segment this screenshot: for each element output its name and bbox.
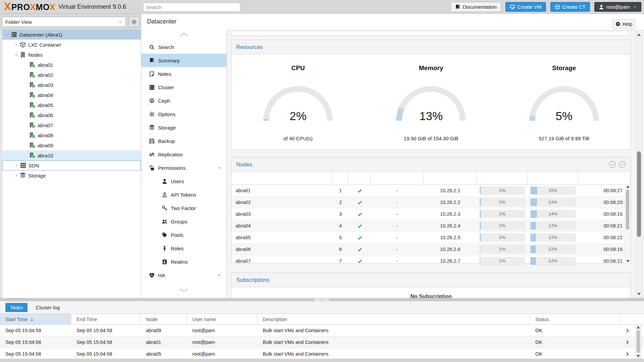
node-row-abra07[interactable]: abra07 7 - 10.26.2.7 1% 12% 00:08:21 [232,255,631,267]
nav-item-notes[interactable]: Notes [141,67,227,81]
tab-cluster-log[interactable]: Cluster log [36,305,60,310]
scroll-down-arrow[interactable] [626,260,630,262]
tree-item-abra07[interactable]: abra07 [2,120,141,130]
node-row-abra06[interactable]: abra06 6 - 10.26.2.6 1% 12% 00:08:16 [232,244,631,255]
node-row-abra04[interactable]: abra04 4 - 10.26.2.4 2% 12% 00:08:21 [232,220,631,232]
chevron-right-icon[interactable] [625,328,630,333]
column-header-end-time[interactable]: End Time [71,314,141,324]
scroll-up-arrow[interactable] [626,186,630,188]
tree-item-abra04[interactable]: abra04 [2,90,141,100]
nav-item-roles[interactable]: Roles [141,242,227,255]
tree-expander-icon[interactable] [23,73,28,77]
scrollbar-thumb[interactable] [626,190,629,230]
nav-item-realms[interactable]: Realms [141,255,227,268]
chevron-right-icon[interactable] [625,352,630,357]
tree-item-abra03[interactable]: abra03 [2,80,141,90]
nav-item-pools[interactable]: Pools [141,228,227,242]
nav-item-ceph[interactable]: Ceph [141,94,227,107]
tree-expander-icon[interactable] [23,143,28,148]
nav-item-storage[interactable]: Storage [141,121,227,134]
tree-item-datacenter-abra1[interactable]: Datacenter (Abra1) [2,30,141,40]
tree-expander-icon[interactable] [23,83,28,87]
panel-splitter[interactable] [0,298,644,301]
scroll-down-arrow[interactable] [637,293,641,295]
tree-item-sdn[interactable]: SDN [2,160,141,170]
column-header-id[interactable] [332,172,349,185]
collapse-up-button[interactable] [609,161,616,168]
tree-item-abra09[interactable]: abra09 [2,140,141,150]
tree-expander-icon[interactable] [5,33,10,37]
tree-item-abra05[interactable]: abra05 [2,100,141,110]
main-scrollbar[interactable] [636,32,642,297]
tree-expander-icon[interactable] [23,113,28,117]
help-button[interactable]: ? Help [612,19,635,29]
node-row-abra02[interactable]: abra02 2 - 10.26.2.2 2% 14% 00:08:20 [232,197,631,208]
tree-expander-icon[interactable] [23,133,28,138]
nav-item-api-tokens[interactable]: API Tokens [141,188,227,201]
scrollbar-thumb[interactable] [637,330,640,353]
tree-item-abra10[interactable]: abra10 [2,150,141,160]
tree-item-abra01[interactable]: abra01 [2,60,141,70]
create-vm-button[interactable]: Create VM [505,2,546,12]
collapse-down-button[interactable] [618,161,626,168]
tree-settings-button[interactable] [129,17,139,27]
global-search-input[interactable] [143,3,240,12]
nav-item-summary[interactable]: Summary [141,54,227,67]
tree-expander-icon[interactable] [23,123,28,127]
nav-scroll-down[interactable] [141,287,227,293]
nav-item-users[interactable]: Users [141,174,227,188]
scroll-up-arrow[interactable] [637,326,640,328]
splitter-handle[interactable] [314,298,329,301]
column-header-user-name[interactable]: User name [187,314,257,324]
tab-tasks[interactable]: Tasks [5,303,28,312]
chevron-right-icon[interactable] [625,340,630,345]
scrollbar-thumb[interactable] [637,151,641,237]
column-header-support[interactable] [371,172,424,185]
tree-item-abra08[interactable]: abra08 [2,130,141,140]
tree-expander-icon[interactable] [23,93,28,97]
scroll-down-arrow[interactable] [637,355,640,357]
tree-expander-icon[interactable] [23,63,28,67]
nav-item-replication[interactable]: Replication [141,148,227,161]
task-row[interactable]: Sep 05 15:04:58 Sep 05 15:04:58 abra05 r… [0,348,644,360]
column-header-online[interactable] [349,172,371,185]
column-header-description[interactable]: Description [257,314,530,324]
tree-expander-icon[interactable] [14,163,19,168]
nav-item-groups[interactable]: Groups [141,215,227,228]
tree-expander-icon[interactable] [23,153,28,158]
nav-scroll-up[interactable] [141,32,227,38]
nav-item-backup[interactable]: Backup [141,134,227,148]
tree-expander-icon[interactable] [14,173,19,178]
node-row-abra05[interactable]: abra05 5 - 10.26.2.5 2% 12% 00:08:22 [232,232,631,244]
node-row-abra03[interactable]: abra03 3 - 10.26.2.3 2% 14% 00:08:16 [232,208,631,220]
nav-item-two-factor[interactable]: Two Factor [141,201,227,215]
nodes-table-scrollbar[interactable] [625,184,631,264]
column-header-status[interactable]: Status [530,314,621,324]
create-ct-button[interactable]: Create CT [550,2,590,12]
nav-item-ha[interactable]: HA [141,268,227,282]
documentation-button[interactable]: Documentation [451,2,501,12]
tree-item-nodes[interactable]: Nodes [2,50,141,60]
view-mode-select[interactable]: Folder View [2,17,126,27]
tasks-scrollbar[interactable] [635,324,641,359]
column-header-start-time[interactable]: Start Time [0,314,71,324]
tree-expander-icon[interactable] [14,53,19,57]
column-header-memory-usage[interactable] [528,172,578,185]
nav-item-search[interactable]: Search [141,40,227,54]
node-row-abra01[interactable]: abra01 1 - 10.26.2.1 2% 15% 00:08:27 [232,185,631,197]
tree-expander-icon[interactable] [23,103,28,107]
nav-item-cluster[interactable]: Cluster [141,81,227,94]
tree-item-abra02[interactable]: abra02 [2,70,141,80]
tree-expander-icon[interactable] [14,43,19,47]
user-menu-button[interactable]: root@pam [594,2,641,12]
tree-item-lxc-container[interactable]: LXC Container [2,40,141,50]
tree-item-abra06[interactable]: abra06 [2,110,141,120]
scroll-up-arrow[interactable] [637,34,641,36]
task-row[interactable]: Sep 05 15:04:59 Sep 05 15:04:59 abra09 r… [0,325,644,337]
column-header-cpu-usage[interactable] [477,172,528,185]
task-row[interactable]: Sep 05 15:04:58 Sep 05 15:04:58 abra01 r… [0,337,644,348]
column-header-node[interactable]: Node [141,314,187,324]
tree-item-storage[interactable]: Storage [2,170,141,180]
nav-item-permissions[interactable]: Permissions [141,161,227,174]
column-header-server-address[interactable] [424,172,477,185]
